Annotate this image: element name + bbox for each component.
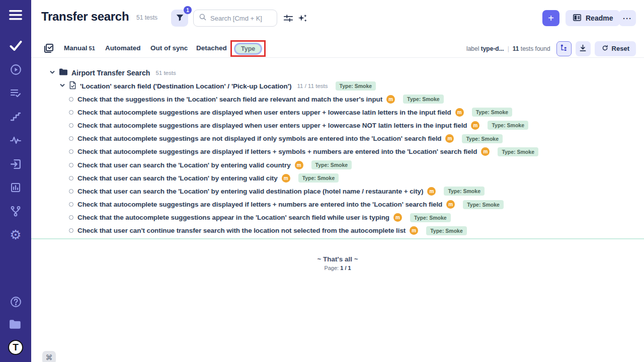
chevron-down-icon[interactable] (59, 81, 65, 90)
more-options-button[interactable]: ··· (619, 10, 636, 26)
download-icon (579, 44, 587, 54)
type-smoke-badge: Type: Smoke (298, 173, 339, 183)
filter-summary-prefix: label (466, 45, 481, 52)
page-title: Transfer search (41, 10, 129, 24)
test-row[interactable]: Check that user can search the 'Location… (31, 171, 644, 185)
annotation-red-box: Type (230, 40, 266, 57)
test-rows: Check that the suggestions in the 'Locat… (31, 93, 644, 237)
test-row[interactable]: Check that autocomplete suggestings are … (31, 145, 644, 158)
test-status-icon (69, 136, 73, 141)
manual-badge: m (471, 121, 479, 130)
tab-out-of-sync[interactable]: Out of sync (150, 39, 188, 57)
download-button[interactable] (576, 41, 591, 56)
readme-book-icon (573, 13, 582, 24)
select-all-icon[interactable] (43, 43, 54, 56)
tab-manual[interactable]: Manual51 (64, 39, 95, 57)
milestones-steps-icon[interactable] (9, 110, 23, 124)
search-icon (199, 13, 207, 23)
test-row[interactable]: Check that autocomplete suggestings are … (31, 132, 644, 145)
view-options-sliders-icon[interactable] (283, 13, 294, 23)
manual-badge: m (393, 213, 402, 222)
help-icon[interactable] (9, 295, 23, 309)
tab-bar: Manual51 Automated Out of sync Detached … (31, 39, 644, 58)
search-box[interactable] (193, 10, 277, 27)
menu-icon[interactable] (9, 8, 23, 22)
manual-badge: m (386, 95, 395, 104)
type-smoke-badge: Type: Smoke (410, 213, 451, 222)
test-title: Check that user can search the 'Location… (77, 161, 291, 169)
import-icon[interactable] (9, 157, 23, 171)
test-title: Check that autocomplete suggestions are … (77, 122, 467, 129)
folder-icon (59, 68, 68, 78)
branches-icon[interactable] (9, 204, 23, 218)
suite-row[interactable]: 'Location' search field ('Destination Lo… (31, 79, 644, 93)
test-title: Check that autocomplete suggestings are … (77, 135, 441, 142)
suite-name: 'Location' search field ('Destination Lo… (80, 82, 292, 90)
test-status-icon (69, 202, 73, 207)
folder-name: Airport Transfer Search (71, 69, 150, 77)
type-smoke-badge: Type: Smoke (472, 108, 513, 117)
readme-label: Readme (586, 14, 613, 22)
test-status-icon (69, 163, 73, 167)
tabbar-right-cluster: label type-d...|11 tests found Reset (466, 39, 636, 58)
type-smoke-badge: Type: Smoke (463, 200, 504, 209)
test-title: Check that autocomplete suggestings are … (77, 201, 442, 208)
tab-automated[interactable]: Automated (105, 39, 141, 57)
tree-view-button[interactable] (556, 41, 572, 56)
logo-letter: T (13, 342, 19, 353)
test-status-icon (69, 123, 73, 128)
search-input[interactable] (210, 15, 271, 22)
filter-summary-value: type-d... (481, 45, 504, 52)
list-footer: ~ That's all ~ Page: 1 / 1 (31, 255, 644, 271)
readme-button[interactable]: Readme (566, 10, 620, 26)
pulse-activity-icon[interactable] (9, 133, 23, 147)
manual-badge: m (410, 226, 418, 235)
tab-out-of-sync-label: Out of sync (150, 44, 188, 52)
tab-manual-count: 51 (89, 45, 95, 51)
command-shortcut-button[interactable]: ⌘ (42, 351, 56, 362)
test-row[interactable]: Check that the suggestions in the 'Locat… (31, 93, 644, 106)
test-title: Check that user can search the 'Location… (77, 174, 278, 182)
tests-count: 51 tests (136, 14, 157, 21)
test-plans-icon[interactable] (9, 86, 23, 100)
type-smoke-badge: Type: Smoke (403, 95, 444, 104)
end-of-list-text: ~ That's all ~ (31, 255, 644, 263)
add-button[interactable]: + (542, 10, 559, 26)
test-row[interactable]: Check that autocomplete suggestions are … (31, 106, 644, 119)
tests-found-suffix: tests found (519, 45, 550, 52)
projects-folder-icon[interactable] (9, 317, 23, 331)
test-status-icon (69, 228, 73, 233)
app-logo[interactable]: T (8, 340, 23, 355)
folder-row[interactable]: Airport Transfer Search 51 tests (31, 66, 644, 79)
filter-count-badge: 1 (184, 6, 192, 14)
document-check-icon (69, 81, 76, 92)
manual-badge: m (445, 134, 454, 143)
runs-play-icon[interactable] (9, 62, 23, 76)
test-title: Check that autocomplete suggestions are … (77, 109, 451, 116)
test-status-icon (69, 189, 73, 194)
test-row[interactable]: Check that autocomplete suggestions are … (31, 119, 644, 132)
tests-check-icon[interactable] (9, 39, 23, 53)
tab-detached-label: Detached (196, 44, 227, 52)
chevron-down-icon[interactable] (49, 68, 55, 77)
test-title: Check that autocomplete suggestings are … (77, 148, 477, 155)
type-smoke-badge: Type: Smoke (498, 147, 538, 156)
ai-sparkles-icon[interactable] (297, 13, 308, 23)
test-row[interactable]: Check that user can't continue transfer … (31, 224, 644, 237)
test-status-icon (69, 110, 73, 115)
pagination: Page: 1 / 1 (31, 265, 644, 271)
settings-gear-icon[interactable]: ⚙ (9, 228, 23, 242)
reports-chart-icon[interactable] (9, 180, 23, 195)
reset-button[interactable]: Reset (595, 41, 636, 56)
page-label: Page: (324, 265, 340, 271)
test-row[interactable]: Check that autocomplete suggestings are … (31, 198, 644, 211)
type-smoke-badge: Type: Smoke (336, 81, 376, 90)
test-row[interactable]: Check that the autocomplete suggestions … (31, 211, 644, 224)
main-panel: Transfer search 51 tests 1 + (31, 0, 644, 362)
type-filter-pill[interactable]: Type (234, 43, 262, 55)
test-title: Check that user can't continue transfer … (77, 227, 406, 234)
test-row[interactable]: Check that user can search the 'Location… (31, 158, 644, 171)
test-row[interactable]: Check that user can search the 'Location… (31, 185, 644, 198)
tab-detached[interactable]: Detached (196, 39, 227, 57)
test-status-icon (69, 97, 73, 102)
